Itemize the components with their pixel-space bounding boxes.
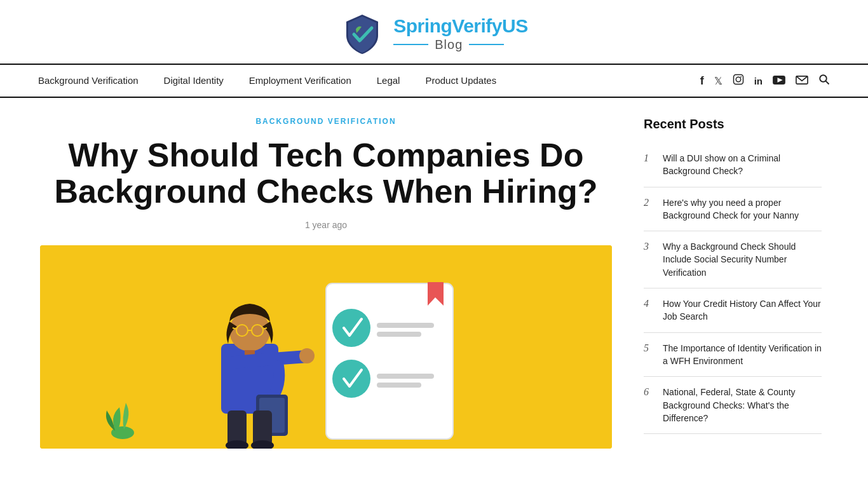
svg-point-12 bbox=[332, 309, 370, 347]
post-link-1[interactable]: Will a DUI show on a Criminal Background… bbox=[663, 152, 822, 178]
nav-link-legal[interactable]: Legal bbox=[377, 75, 400, 86]
post-link-6[interactable]: National, Federal, State & County Backgr… bbox=[663, 386, 822, 424]
nav-item-digital[interactable]: Digital Identity bbox=[164, 75, 224, 86]
nav-item-employment[interactable]: Employment Verification bbox=[249, 75, 351, 86]
nav-link-digital[interactable]: Digital Identity bbox=[164, 75, 224, 86]
svg-point-2 bbox=[740, 76, 742, 77]
article-category: BACKGROUND VERIFICATION bbox=[40, 117, 612, 126]
logo-area: SpringVerifyUS Blog bbox=[0, 0, 868, 64]
post-number-1: 1 bbox=[644, 152, 654, 164]
post-number-2: 2 bbox=[644, 196, 654, 208]
nav-links: Background Verification Digital Identity… bbox=[38, 75, 496, 86]
instagram-icon[interactable] bbox=[733, 74, 744, 88]
svg-point-6 bbox=[820, 75, 827, 82]
nav-social-icons: f 𝕏 in bbox=[700, 74, 830, 88]
svg-point-15 bbox=[332, 360, 370, 398]
recent-post-4: 4 How Your Credit History Can Affect You… bbox=[644, 288, 822, 333]
hero-illustration bbox=[40, 245, 612, 449]
email-icon[interactable] bbox=[796, 74, 808, 88]
recent-post-2: 2 Here's why you need a proper Backgroun… bbox=[644, 187, 822, 232]
post-link-3[interactable]: Why a Background Check Should Include So… bbox=[663, 240, 822, 279]
recent-posts-list: 1 Will a DUI show on a Criminal Backgrou… bbox=[644, 143, 822, 434]
youtube-icon[interactable] bbox=[773, 74, 785, 88]
recent-post-5: 5 The Importance of Identity Verificatio… bbox=[644, 333, 822, 377]
nav-item-product[interactable]: Product Updates bbox=[425, 75, 496, 86]
nav-link-employment[interactable]: Employment Verification bbox=[249, 75, 351, 86]
article-title: Why Should Tech Companies Do Background … bbox=[40, 137, 612, 210]
logo-icon bbox=[340, 11, 384, 56]
svg-rect-17 bbox=[377, 383, 421, 388]
logo-text: SpringVerifyUS Blog bbox=[393, 15, 527, 52]
post-link-5[interactable]: The Importance of Identity Verification … bbox=[663, 342, 822, 368]
sidebar-heading: Recent Posts bbox=[644, 117, 822, 132]
svg-point-26 bbox=[299, 348, 315, 363]
linkedin-icon[interactable]: in bbox=[754, 76, 763, 86]
article-area: BACKGROUND VERIFICATION Why Should Tech … bbox=[40, 117, 612, 449]
svg-rect-30 bbox=[253, 410, 272, 445]
sidebar: Recent Posts 1 Will a DUI show on a Crim… bbox=[644, 117, 822, 449]
twitter-icon[interactable]: 𝕏 bbox=[714, 75, 722, 87]
nav-link-product[interactable]: Product Updates bbox=[425, 75, 496, 86]
post-link-2[interactable]: Here's why you need a proper Background … bbox=[663, 196, 822, 222]
post-number-3: 3 bbox=[644, 240, 654, 252]
post-number-6: 6 bbox=[644, 386, 654, 398]
nav-bar: Background Verification Digital Identity… bbox=[0, 64, 868, 98]
article-meta: 1 year ago bbox=[40, 220, 612, 230]
blog-label: Blog bbox=[393, 37, 527, 52]
nav-item-background[interactable]: Background Verification bbox=[38, 75, 139, 86]
brand-name: SpringVerifyUS bbox=[393, 15, 527, 37]
svg-point-1 bbox=[736, 77, 741, 82]
search-icon[interactable] bbox=[818, 74, 830, 88]
svg-rect-16 bbox=[377, 374, 434, 379]
svg-line-7 bbox=[826, 81, 829, 84]
hero-image bbox=[40, 245, 612, 449]
recent-post-6: 6 National, Federal, State & County Back… bbox=[644, 377, 822, 434]
svg-rect-29 bbox=[227, 410, 247, 445]
post-number-5: 5 bbox=[644, 342, 654, 354]
svg-rect-14 bbox=[377, 332, 421, 337]
svg-rect-0 bbox=[733, 74, 743, 84]
post-link-4[interactable]: How Your Credit History Can Affect Your … bbox=[663, 297, 822, 323]
recent-post-1: 1 Will a DUI show on a Criminal Backgrou… bbox=[644, 143, 822, 187]
recent-post-3: 3 Why a Background Check Should Include … bbox=[644, 231, 822, 288]
nav-link-background[interactable]: Background Verification bbox=[38, 75, 139, 86]
facebook-icon[interactable]: f bbox=[700, 74, 704, 88]
nav-item-legal[interactable]: Legal bbox=[377, 75, 400, 86]
post-number-4: 4 bbox=[644, 297, 654, 309]
site-header: SpringVerifyUS Blog Background Verificat… bbox=[0, 0, 868, 98]
svg-rect-13 bbox=[377, 323, 434, 328]
main-layout: BACKGROUND VERIFICATION Why Should Tech … bbox=[27, 98, 841, 449]
